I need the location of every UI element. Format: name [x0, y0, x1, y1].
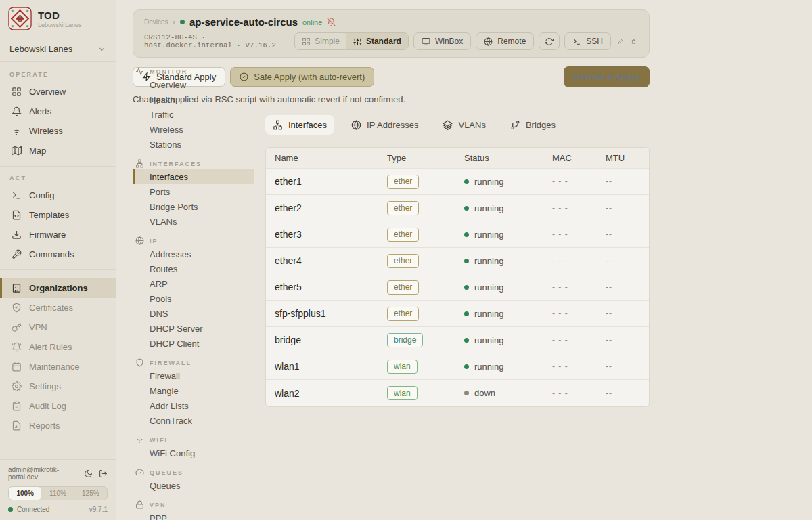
- org-selector[interactable]: Lebowski Lanes: [0, 37, 116, 61]
- winbox-button[interactable]: WinBox: [413, 32, 471, 50]
- network-icon: [273, 120, 283, 130]
- interface-name: ether5: [266, 282, 378, 292]
- device-nav-item-addr-lists[interactable]: Addr Lists: [133, 398, 265, 413]
- status-dot: [464, 364, 469, 369]
- zoom-option-100[interactable]: 100%: [9, 487, 41, 500]
- table-row-ether5[interactable]: ether5 ether running - - - --: [266, 274, 649, 301]
- sidebar-item-organizations[interactable]: Organizations: [0, 278, 116, 298]
- device-nav-item-routes[interactable]: Routes: [133, 261, 265, 276]
- table-row-ether3[interactable]: ether3 ether running - - - --: [266, 221, 649, 248]
- app-logo-row: TOD Lebowski Lanes: [0, 0, 116, 37]
- sidebar-item-reports[interactable]: Reports: [0, 416, 116, 435]
- table-row-ether2[interactable]: ether2 ether running - - - --: [266, 195, 649, 221]
- device-nav-item-firewall[interactable]: Firewall: [133, 368, 265, 383]
- sidebar-item-certificates[interactable]: Certificates: [0, 298, 116, 318]
- column-header-name: Name: [266, 153, 378, 163]
- mtu-value: --: [597, 177, 649, 186]
- zoom-option-110[interactable]: 110%: [41, 487, 74, 500]
- sidebar-item-overview[interactable]: Overview: [0, 82, 116, 102]
- org-selector-value: Lebowski Lanes: [9, 44, 72, 54]
- moon-icon[interactable]: [84, 469, 93, 478]
- device-nav-item-ppp[interactable]: PPP: [133, 511, 265, 520]
- device-nav-item-conntrack[interactable]: ConnTrack: [133, 413, 265, 428]
- breadcrumb[interactable]: Devices: [144, 18, 168, 26]
- mtu-value: --: [597, 389, 649, 398]
- type-badge: wlan: [387, 386, 418, 400]
- sidebar-item-label: Organizations: [29, 283, 88, 293]
- sliders-icon: [353, 37, 362, 46]
- device-nav-item-dns[interactable]: DNS: [133, 306, 265, 321]
- report-chart-icon: [12, 420, 22, 431]
- device-nav-item-wireless[interactable]: Wireless: [133, 122, 265, 137]
- review-apply-button[interactable]: Review & Apply: [564, 66, 650, 87]
- wifi-icon: [12, 126, 22, 136]
- view-simple-label: Simple: [315, 37, 340, 46]
- zoom-option-125[interactable]: 125%: [74, 487, 107, 500]
- sidebar-item-label: Commands: [29, 249, 74, 259]
- sidebar-item-audit-log[interactable]: Audit Log: [0, 396, 116, 416]
- mtu-value: --: [597, 309, 649, 318]
- sidebar-item-commands[interactable]: Commands: [0, 244, 116, 264]
- bell-ring-icon: [12, 342, 22, 352]
- network-icon: [135, 159, 144, 168]
- device-nav-item-dhcp-client[interactable]: DHCP Client: [133, 336, 265, 351]
- grid-icon: [12, 87, 22, 97]
- device-nav-item-dhcp-server[interactable]: DHCP Server: [133, 321, 265, 336]
- device-nav-item-traffic[interactable]: Traffic: [133, 107, 265, 122]
- tab-vlans[interactable]: VLANs: [435, 115, 493, 135]
- device-nav-item-wifi-config[interactable]: WiFi Config: [133, 446, 265, 460]
- mtu-value: --: [597, 256, 649, 265]
- device-nav-item-bridge-ports[interactable]: Bridge Ports: [133, 199, 265, 214]
- remote-button[interactable]: Remote: [476, 32, 534, 50]
- device-nav-item-stations[interactable]: Stations: [133, 137, 265, 152]
- tab-ip-addresses[interactable]: IP Addresses: [344, 115, 426, 135]
- device-nav-item-ports[interactable]: Ports: [133, 184, 265, 199]
- device-nav-item-overview[interactable]: Overview: [133, 77, 265, 92]
- status-label: running: [474, 282, 503, 292]
- device-nav-item-mangle[interactable]: Mangle: [133, 383, 265, 398]
- table-row-ether1[interactable]: ether1 ether running - - - --: [266, 169, 649, 195]
- sidebar-item-config[interactable]: Config: [0, 186, 116, 205]
- sidebar-item-label: Alerts: [29, 106, 51, 116]
- device-nav-item-health[interactable]: Health: [133, 92, 265, 107]
- table-row-wlan1[interactable]: wlan1 wlan running - - - --: [266, 353, 649, 380]
- refresh-button[interactable]: [539, 32, 560, 50]
- column-header-status: Status: [455, 153, 543, 163]
- device-nav-item-interfaces[interactable]: Interfaces: [133, 169, 254, 184]
- device-nav-item-queues[interactable]: Queues: [133, 478, 265, 493]
- table-row-ether4[interactable]: ether4 ether running - - - --: [266, 248, 649, 274]
- user-email: admin@mikrotik-portal.dev: [8, 466, 84, 481]
- sidebar-item-map[interactable]: Map: [0, 141, 116, 160]
- device-online-badge: online: [302, 18, 322, 26]
- sidebar-item-templates[interactable]: Templates: [0, 205, 116, 225]
- tab-interfaces[interactable]: Interfaces: [265, 115, 334, 135]
- mac-value: - - -: [543, 230, 597, 239]
- bell-off-icon[interactable]: [327, 18, 336, 26]
- table-row-bridge[interactable]: bridge bridge running - - - --: [266, 327, 649, 353]
- logout-icon[interactable]: [99, 469, 108, 478]
- table-row-wlan2[interactable]: wlan2 wlan down - - - --: [266, 380, 649, 406]
- edit-pencil-icon[interactable]: [616, 37, 625, 46]
- device-nav-item-pools[interactable]: Pools: [133, 291, 265, 306]
- view-standard-button[interactable]: Standard: [346, 33, 408, 49]
- device-nav-item-arp[interactable]: ARP: [133, 276, 265, 291]
- column-header-type: Type: [378, 153, 455, 163]
- sidebar-item-alert-rules[interactable]: Alert Rules: [0, 337, 116, 357]
- sidebar-item-wireless[interactable]: Wireless: [0, 121, 116, 141]
- sidebar-item-firmware[interactable]: Firmware: [0, 225, 116, 244]
- delete-trash-icon[interactable]: [629, 37, 638, 46]
- sidebar-item-alerts[interactable]: Alerts: [0, 102, 116, 121]
- tab-bridges[interactable]: Bridges: [503, 115, 563, 135]
- sidebar-item-maintenance[interactable]: Maintenance: [0, 357, 116, 376]
- device-nav-item-addresses[interactable]: Addresses: [133, 246, 265, 261]
- tab-label: Bridges: [526, 120, 556, 130]
- sidebar-item-vpn[interactable]: VPN: [0, 318, 116, 337]
- device-nav-item-vlans[interactable]: VLANs: [133, 214, 265, 229]
- table-row-sfp-sfpplus1[interactable]: sfp-sfpplus1 ether running - - - --: [266, 301, 649, 327]
- ssh-button[interactable]: SSH: [564, 32, 611, 50]
- status-label: down: [474, 388, 495, 398]
- status-dot: [464, 206, 469, 211]
- sidebar-item-settings[interactable]: Settings: [0, 376, 116, 396]
- column-header-mac: MAC: [543, 153, 597, 163]
- view-simple-button[interactable]: Simple: [295, 33, 346, 49]
